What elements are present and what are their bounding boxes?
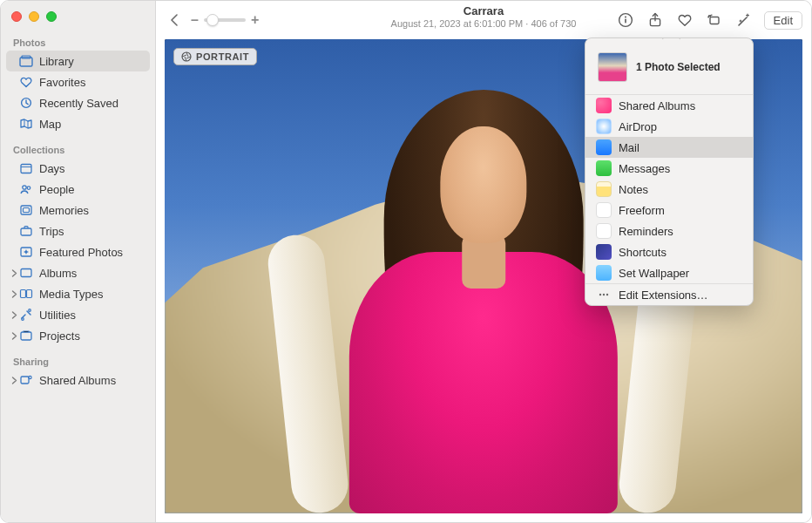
sidebar-section-title: Collections (1, 141, 155, 158)
share-item-airdrop[interactable]: AirDrop (585, 116, 753, 137)
sidebar-item-albums[interactable]: Albums (6, 262, 150, 283)
photo-title: Carrara (391, 4, 577, 17)
sidebar-item-trips[interactable]: Trips (6, 221, 150, 241)
pi-shortcuts-icon (596, 244, 612, 260)
sidebar-item-library[interactable]: Library (6, 51, 150, 71)
sidebar-item-label: Library (39, 55, 143, 68)
pi-mail-icon (596, 139, 612, 155)
svg-point-19 (625, 17, 626, 18)
svg-point-23 (182, 52, 191, 61)
sidebar-section-title: Photos (1, 34, 155, 51)
share-item-label: Set Wallpaper (619, 267, 689, 280)
pi-reminders-icon (596, 223, 612, 239)
svg-rect-6 (21, 206, 31, 214)
sidebar-item-media-types[interactable]: Media Types (6, 283, 150, 304)
share-item-reminders[interactable]: Reminders (585, 221, 753, 241)
share-edit-extensions[interactable]: Edit Extensions… (585, 284, 753, 305)
portrait-badge[interactable]: PORTRAIT (173, 48, 257, 65)
svg-point-14 (29, 309, 31, 312)
chevron-right-icon[interactable] (10, 311, 18, 319)
suitcase-icon (18, 224, 34, 238)
window-controls (1, 8, 155, 34)
share-header: 1 Photo Selected (585, 38, 753, 94)
zoom-slider-knob[interactable] (206, 14, 219, 26)
sidebar-section-title: Sharing (1, 353, 155, 370)
svg-rect-3 (21, 165, 31, 173)
chevron-right-icon[interactable] (10, 269, 18, 277)
share-item-label: Shortcuts (619, 246, 667, 259)
share-item-shortcuts[interactable]: Shortcuts (585, 241, 753, 262)
sidebar: PhotosLibraryFavoritesRecently SavedMapC… (1, 1, 156, 522)
pi-airdrop-icon (596, 119, 612, 134)
people-icon (18, 182, 34, 196)
sidebar-item-days[interactable]: Days (6, 158, 150, 179)
share-item-freeform[interactable]: Freeform (585, 200, 753, 221)
utilities-icon (18, 308, 34, 322)
edit-button[interactable]: Edit (764, 11, 802, 30)
svg-rect-8 (21, 228, 31, 235)
info-button[interactable] (616, 10, 635, 30)
chevron-right-icon[interactable] (10, 332, 18, 340)
zoom-in-button[interactable]: + (251, 13, 259, 27)
sidebar-item-memories[interactable]: Memories (6, 200, 150, 221)
chevron-right-icon[interactable] (10, 290, 18, 298)
svg-rect-11 (21, 290, 26, 298)
extensions-icon (596, 287, 612, 302)
zoom-window-button[interactable] (46, 11, 57, 22)
rotate-button[interactable] (705, 10, 724, 30)
sidebar-item-map[interactable]: Map (6, 113, 150, 134)
share-item-messages[interactable]: Messages (585, 158, 753, 179)
sidebar-item-label: Media Types (39, 288, 143, 301)
share-item-shared-albums[interactable]: Shared Albums (585, 95, 753, 116)
sidebar-item-featured-photos[interactable]: Featured Photos (6, 241, 150, 262)
share-selected-count: 1 Photo Selected (636, 61, 721, 73)
sidebar-item-label: Albums (39, 267, 143, 280)
share-item-set-wallpaper[interactable]: Set Wallpaper (585, 262, 753, 283)
share-item-label: AirDrop (619, 120, 657, 133)
portrait-badge-label: PORTRAIT (196, 51, 249, 62)
sidebar-item-label: Days (39, 162, 143, 175)
sidebar-item-label: Memories (39, 204, 143, 217)
clock-icon (18, 96, 34, 110)
share-item-label: Reminders (619, 225, 673, 238)
sidebar-item-recently-saved[interactable]: Recently Saved (6, 92, 150, 113)
share-item-notes[interactable]: Notes (585, 179, 753, 200)
pi-messages-icon (596, 160, 612, 176)
back-button[interactable] (165, 10, 184, 30)
memories-icon (18, 203, 34, 217)
svg-point-26 (606, 294, 608, 295)
favorite-button[interactable] (675, 10, 694, 30)
minimize-window-button[interactable] (29, 11, 39, 22)
pi-freeform-icon (596, 202, 612, 218)
zoom-slider[interactable] (204, 18, 246, 22)
sidebar-item-projects[interactable]: Projects (6, 325, 150, 346)
share-button[interactable] (646, 10, 665, 30)
library-icon (18, 54, 34, 68)
zoom-control: – + (191, 13, 259, 27)
share-item-mail[interactable]: Mail (585, 137, 753, 158)
zoom-out-button[interactable]: – (191, 13, 199, 27)
pi-wallpaper-icon (596, 265, 612, 281)
chevron-right-icon[interactable] (10, 377, 18, 384)
svg-point-25 (603, 294, 605, 295)
share-item-label: Messages (619, 162, 670, 175)
sidebar-item-label: Favorites (39, 76, 143, 89)
sidebar-item-people[interactable]: People (6, 179, 150, 200)
sidebar-item-favorites[interactable]: Favorites (6, 71, 150, 92)
share-thumbnail (598, 52, 627, 82)
sidebar-item-label: People (39, 183, 143, 196)
calendar-icon (18, 161, 34, 175)
shared-album-icon (18, 373, 34, 387)
share-item-label: Shared Albums (619, 99, 695, 112)
svg-rect-12 (27, 290, 32, 298)
share-item-label: Freeform (619, 204, 665, 217)
svg-rect-16 (21, 377, 29, 384)
svg-point-5 (27, 187, 30, 190)
close-window-button[interactable] (11, 11, 22, 22)
svg-rect-15 (21, 332, 31, 340)
sidebar-item-utilities[interactable]: Utilities (6, 304, 150, 325)
auto-enhance-button[interactable] (734, 10, 754, 30)
sidebar-item-shared-albums[interactable]: Shared Albums (6, 370, 150, 391)
svg-point-13 (22, 318, 24, 321)
sidebar-item-label: Trips (39, 225, 143, 238)
